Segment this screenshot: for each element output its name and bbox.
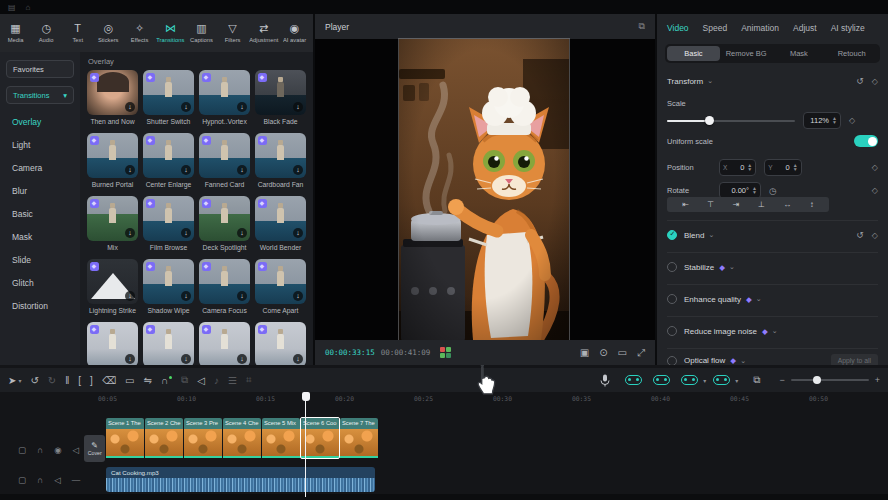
- timeline-ruler[interactable]: 00:05 00:10 00:15 00:20 00:25 00:30 00:3…: [0, 392, 888, 408]
- stepper-icon[interactable]: ▲▼: [793, 164, 798, 171]
- position-y-field[interactable]: Y 0 ▲▼: [764, 159, 801, 176]
- filters[interactable]: ▽ Filters: [217, 14, 248, 52]
- inspector-subtab[interactable]: Basic: [667, 46, 720, 61]
- sidebar-category-item[interactable]: Overlay: [0, 110, 80, 133]
- scale-value-field[interactable]: 112% ▲▼: [803, 112, 841, 129]
- download-icon[interactable]: ↓: [181, 102, 191, 112]
- download-icon[interactable]: ↓: [237, 354, 247, 364]
- download-icon[interactable]: ↓: [293, 291, 303, 301]
- inspector-tab[interactable]: Video: [667, 23, 689, 33]
- quality-icon[interactable]: ▭: [618, 347, 627, 358]
- align-top-icon[interactable]: ⊤: [707, 200, 714, 209]
- zoom-out-icon[interactable]: −: [779, 375, 784, 385]
- transitions[interactable]: ⋈ Transitions: [155, 14, 186, 52]
- download-icon[interactable]: ↓: [125, 102, 135, 112]
- stepper-icon[interactable]: ▲▼: [752, 187, 757, 194]
- transition-item[interactable]: ↓ Deck Spotlight: [199, 196, 250, 253]
- extract-audio-icon[interactable]: ♪: [214, 375, 219, 386]
- reset-icon[interactable]: ↺: [856, 76, 864, 86]
- transition-item[interactable]: ↓: [255, 322, 306, 365]
- transition-item[interactable]: ↓ Shutter Switch: [143, 70, 194, 127]
- inspector-tab[interactable]: Adjust: [793, 23, 817, 33]
- category-dropdown[interactable]: Transitions▾: [6, 86, 74, 104]
- sidebar-category-item[interactable]: Basic: [0, 202, 80, 225]
- lock-icon[interactable]: ∩: [37, 475, 43, 485]
- sidebar-category-item[interactable]: Distortion: [0, 294, 80, 317]
- align-right-icon[interactable]: ⇥: [733, 200, 740, 209]
- playhead[interactable]: [305, 392, 306, 497]
- inspector-subtab[interactable]: Remove BG: [720, 46, 773, 61]
- inspector-tab[interactable]: Animation: [741, 23, 779, 33]
- magnet-icon[interactable]: ∩: [161, 375, 172, 386]
- video-clip-segment[interactable]: Scene 2 Che: [145, 418, 183, 458]
- mirror-screen-icon[interactable]: ⧉: [753, 374, 760, 386]
- download-icon[interactable]: ↓: [293, 354, 303, 364]
- aspect-ratio-icon[interactable]: ▣: [580, 347, 589, 358]
- video-clip-segment[interactable]: Scene 6 Coo: [301, 418, 339, 458]
- captions[interactable]: ▥ Captions: [186, 14, 217, 52]
- inspector-tab[interactable]: Speed: [703, 23, 728, 33]
- download-icon[interactable]: ↓: [125, 165, 135, 175]
- audio[interactable]: ◷ Audio: [31, 14, 62, 52]
- text[interactable]: T Text: [62, 14, 93, 52]
- speed-curve-icon[interactable]: ▾: [681, 375, 706, 385]
- mute-icon[interactable]: ◁: [54, 475, 61, 485]
- snapshot-icon[interactable]: ⊙: [599, 347, 607, 358]
- transition-item[interactable]: ↓ Then and Now: [87, 70, 138, 127]
- link-icon[interactable]: ⧉: [181, 374, 188, 386]
- inspector-subtab[interactable]: Retouch: [825, 46, 878, 61]
- blend-checkbox[interactable]: [667, 230, 677, 240]
- align-center-h-icon[interactable]: ↔: [783, 200, 791, 209]
- undo-icon[interactable]: ↺: [30, 375, 38, 386]
- video-clip-segment[interactable]: Scene 4 Che: [223, 418, 261, 458]
- lock-icon[interactable]: ∩: [37, 445, 43, 455]
- transition-item[interactable]: ↓ Film Browse: [143, 196, 194, 253]
- display-settings-icon[interactable]: ⧉: [639, 21, 645, 32]
- redo-icon[interactable]: ↻: [48, 375, 56, 386]
- transition-item[interactable]: ↓ Cardboard Fan: [255, 133, 306, 190]
- transition-item[interactable]: ↓ Hypnot..Vortex: [199, 70, 250, 127]
- audio-clip[interactable]: Cat Cooking.mp3: [106, 467, 375, 492]
- transition-item[interactable]: ↓ Camera Focus: [199, 259, 250, 316]
- stepper-icon[interactable]: ▲▼: [747, 164, 752, 171]
- split-icon[interactable]: ‖: [65, 375, 69, 386]
- sidebar-category-item[interactable]: Camera: [0, 156, 80, 179]
- menu-icon[interactable]: ▤: [8, 3, 16, 12]
- enhance-quality-checkbox[interactable]: [667, 294, 677, 304]
- transform-section-header[interactable]: Transform ⌄ ↺ ◇: [667, 76, 878, 86]
- keyframe-icon[interactable]: ◇: [849, 116, 855, 125]
- align-left-icon[interactable]: ⇤: [682, 200, 689, 209]
- download-icon[interactable]: ↓: [237, 165, 247, 175]
- freeze-frame-icon[interactable]: ▭: [125, 375, 134, 386]
- home-icon[interactable]: ⌂: [26, 3, 31, 12]
- video-clip-segment[interactable]: Scene 7 The: [340, 418, 378, 458]
- download-icon[interactable]: ↓: [125, 291, 135, 301]
- timeline-scrollbar-area[interactable]: [0, 494, 888, 500]
- uniform-scale-toggle[interactable]: [854, 135, 878, 147]
- download-icon[interactable]: ↓: [293, 102, 303, 112]
- track-frame-icon[interactable]: ▢: [18, 475, 26, 485]
- position-x-field[interactable]: X 0 ▲▼: [719, 159, 756, 176]
- transition-item[interactable]: ↓: [199, 322, 250, 365]
- reduce-noise-checkbox[interactable]: [667, 326, 677, 336]
- download-icon[interactable]: ↓: [293, 165, 303, 175]
- fullscreen-icon[interactable]: ⤢: [637, 347, 645, 359]
- transition-item[interactable]: ↓ Come Apart: [255, 259, 306, 316]
- video-clip-segment[interactable]: Scene 5 Mix: [262, 418, 300, 458]
- ai-avatar[interactable]: ◉ AI avatar: [279, 14, 310, 52]
- delete-icon[interactable]: ⌫: [102, 375, 116, 386]
- rotate-dial-icon[interactable]: ◷: [769, 186, 777, 196]
- keyframe-icon[interactable]: ◇: [872, 77, 878, 86]
- reverse-icon[interactable]: ⇋: [143, 375, 151, 386]
- stepper-icon[interactable]: ▲▼: [832, 117, 837, 124]
- inspector-subtab[interactable]: Mask: [773, 46, 826, 61]
- transition-item[interactable]: ↓ Lightning Strike: [87, 259, 138, 316]
- transition-item[interactable]: ↓ Center Enlarge: [143, 133, 194, 190]
- favorites-button[interactable]: Favorites: [6, 60, 74, 78]
- reset-icon[interactable]: ↺: [856, 230, 864, 240]
- download-icon[interactable]: ↓: [125, 354, 135, 364]
- transition-item[interactable]: ↓ Shadow Wipe: [143, 259, 194, 316]
- download-icon[interactable]: ↓: [237, 228, 247, 238]
- mute-icon[interactable]: ◁: [73, 445, 80, 455]
- download-icon[interactable]: ↓: [125, 228, 135, 238]
